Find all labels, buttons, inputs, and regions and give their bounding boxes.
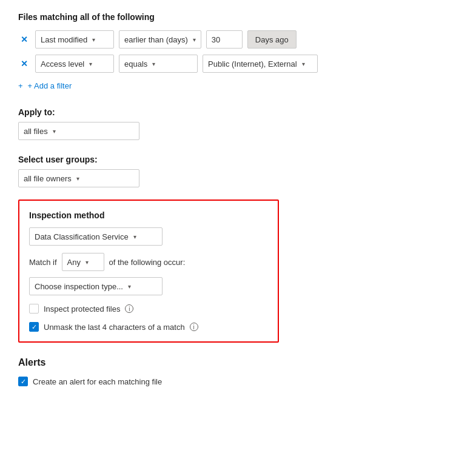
inspection-method-title: Inspection method [29, 210, 268, 220]
plus-icon: + [18, 81, 23, 90]
add-filter-label: + Add a filter [28, 81, 72, 90]
filter-row-2: ✕ Access level ▾ equals ▾ Public (Intern… [18, 55, 458, 73]
chevron-down-icon: ▾ [152, 61, 155, 67]
chevron-down-icon: ▾ [89, 61, 92, 67]
unmask-row: Unmask the last 4 characters of a match … [29, 322, 268, 332]
user-groups-label: Select user groups: [18, 155, 458, 164]
filter-operator-label-2: equals [124, 59, 147, 69]
remove-filter-1[interactable]: ✕ [18, 33, 30, 45]
alerts-title: Alerts [18, 357, 458, 368]
create-alert-checkbox[interactable] [18, 377, 28, 386]
filter-operator-dropdown-1[interactable]: earlier than (days) ▾ [119, 30, 201, 49]
section-header: Files matching all of the following [18, 12, 458, 22]
close-icon: ✕ [21, 59, 28, 69]
match-row: Match if Any ▾ of the following occur: [29, 253, 268, 271]
remove-filter-2[interactable]: ✕ [18, 58, 30, 70]
info-icon-2: i [190, 323, 198, 331]
filter-value-input-1[interactable] [206, 30, 243, 49]
match-if-label: Match if [29, 258, 57, 267]
apply-to-label: Apply to: [18, 107, 458, 117]
chevron-down-icon: ▾ [133, 233, 136, 240]
close-icon: ✕ [21, 35, 28, 44]
create-alert-row: Create an alert for each matching file [18, 377, 458, 386]
filter-value-dropdown-2[interactable]: Public (Internet), External ▾ [203, 55, 318, 73]
inspection-method-dropdown[interactable]: Data Classification Service ▾ [29, 227, 163, 246]
protected-files-label: Inspect protected files [44, 304, 120, 314]
match-any-dropdown[interactable]: Any ▾ [62, 253, 104, 271]
chevron-down-icon: ▾ [76, 175, 79, 182]
filter-field-dropdown-2[interactable]: Access level ▾ [35, 55, 114, 73]
user-groups-section: Select user groups: all file owners ▾ [18, 155, 458, 187]
create-alert-label: Create an alert for each matching file [33, 377, 162, 386]
inspection-type-dropdown[interactable]: Choose inspection type... ▾ [29, 277, 163, 295]
protected-files-checkbox[interactable] [29, 304, 39, 314]
chevron-down-icon: ▾ [85, 259, 89, 266]
chevron-down-icon: ▾ [92, 36, 95, 43]
user-groups-dropdown[interactable]: all file owners ▾ [18, 169, 139, 187]
alerts-section: Alerts Create an alert for each matching… [18, 357, 458, 386]
add-filter-button[interactable]: + + Add a filter [18, 79, 72, 93]
chevron-down-icon: ▾ [193, 36, 196, 43]
inspection-method-section: Inspection method Data Classification Se… [18, 200, 279, 343]
chevron-down-icon: ▾ [128, 283, 131, 290]
inspection-type-row: Choose inspection type... ▾ [29, 277, 268, 295]
apply-to-section: Apply to: all files ▾ [18, 107, 458, 140]
match-suffix: of the following occur: [109, 258, 186, 267]
unmask-checkbox[interactable] [29, 322, 39, 332]
filter-value-label-2: Public (Internet), External [208, 59, 297, 69]
chevron-down-icon: ▾ [302, 61, 305, 67]
filter-field-dropdown-1[interactable]: Last modified ▾ [35, 30, 114, 49]
apply-to-value: all files [24, 127, 48, 136]
filter-field-label-2: Access level [41, 59, 84, 69]
inspection-method-value: Data Classification Service [35, 232, 129, 241]
days-ago-button[interactable]: Days ago [247, 30, 297, 49]
user-groups-value: all file owners [24, 174, 72, 183]
apply-to-dropdown[interactable]: all files ▾ [18, 122, 139, 140]
files-matching-title: Files matching all of the following [18, 12, 458, 22]
filter-row-1: ✕ Last modified ▾ earlier than (days) ▾ … [18, 30, 458, 49]
protected-files-row: Inspect protected files i [29, 304, 268, 314]
filter-operator-dropdown-2[interactable]: equals ▾ [119, 55, 198, 73]
info-icon: i [125, 304, 133, 313]
filter-field-label-1: Last modified [41, 35, 87, 44]
inspection-type-placeholder: Choose inspection type... [35, 282, 123, 291]
chevron-down-icon: ▾ [53, 128, 56, 135]
unmask-label: Unmask the last 4 characters of a match [44, 323, 185, 332]
filter-operator-label-1: earlier than (days) [124, 35, 188, 44]
match-any-value: Any [67, 258, 81, 267]
